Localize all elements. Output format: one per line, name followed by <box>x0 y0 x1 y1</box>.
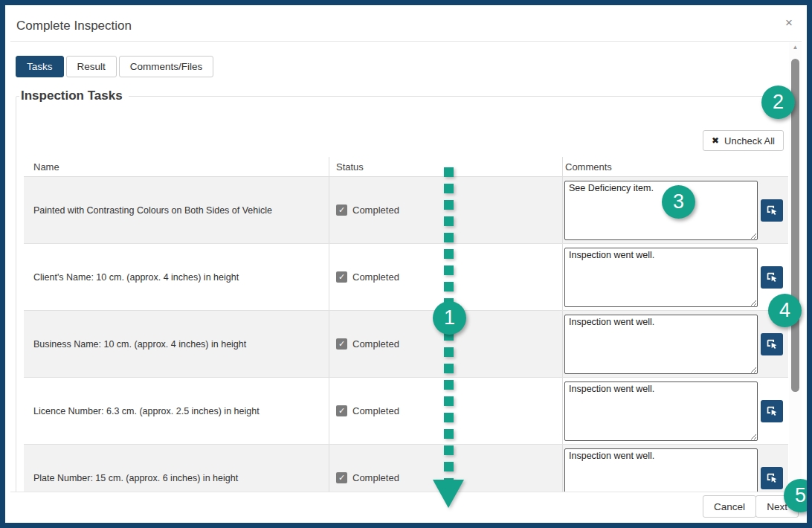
uncheck-all-button[interactable]: ✖ Uncheck All <box>703 130 784 151</box>
completed-label: Completed <box>352 205 399 216</box>
completed-checkbox[interactable]: ✓ <box>336 405 347 416</box>
task-name: Licence Number: 6.3 cm. (approx. 2.5 inc… <box>24 378 329 444</box>
tab-tasks[interactable]: Tasks <box>16 56 64 77</box>
tab-result[interactable]: Result <box>66 56 117 77</box>
modal-title: Complete Inspection <box>16 19 132 33</box>
next-button[interactable]: Next <box>755 495 799 518</box>
task-name: Business Name: 10 cm. (approx. 4 inches)… <box>24 311 329 377</box>
task-name: Client's Name: 10 cm. (approx. 4 inches)… <box>24 244 329 310</box>
modal-footer: Cancel Next <box>10 492 802 518</box>
table-row: Painted with Contrasting Colours on Both… <box>24 177 788 244</box>
uncheck-all-label: Uncheck All <box>724 135 775 147</box>
task-name: Painted with Contrasting Colours on Both… <box>24 177 329 243</box>
scrollbar-thumb[interactable] <box>791 59 799 392</box>
close-icon[interactable]: × <box>785 16 793 29</box>
select-pointer-icon <box>766 405 779 418</box>
cancel-button[interactable]: Cancel <box>703 495 756 518</box>
scroll-down-icon[interactable]: ▼ <box>789 481 802 492</box>
select-pointer-icon <box>766 472 779 485</box>
select-comment-button[interactable] <box>761 333 783 355</box>
completed-label: Completed <box>352 271 399 283</box>
table-header-row: Name Status Comments <box>24 157 788 177</box>
select-pointer-icon <box>766 338 779 351</box>
vertical-scrollbar[interactable]: ▲ ▼ <box>789 42 802 492</box>
completed-checkbox[interactable]: ✓ <box>336 472 347 483</box>
column-header-name: Name <box>24 157 329 176</box>
scroll-up-icon[interactable]: ▲ <box>789 42 802 53</box>
completed-label: Completed <box>352 405 399 416</box>
select-pointer-icon <box>766 271 779 284</box>
inspection-tasks-legend: Inspection Tasks <box>19 88 129 103</box>
inspection-tasks-group: Inspection Tasks ✖ Uncheck All Name Stat… <box>16 88 793 502</box>
comment-textarea[interactable]: See Deficiency item. <box>564 181 758 240</box>
table-row: Client's Name: 10 cm. (approx. 4 inches)… <box>24 244 788 311</box>
column-header-status: Status <box>329 157 563 176</box>
table-row: Licence Number: 6.3 cm. (approx. 2.5 inc… <box>24 378 788 445</box>
uncheck-x-icon: ✖ <box>712 135 719 146</box>
inspection-tasks-table: Name Status Comments Painted with Contra… <box>24 157 788 512</box>
completed-label: Completed <box>352 472 399 483</box>
select-comment-button[interactable] <box>761 400 783 422</box>
complete-inspection-modal: { "modal": { "title": "Complete Inspecti… <box>0 0 812 528</box>
select-comment-button[interactable] <box>761 266 783 289</box>
comment-textarea[interactable]: Inspection went well. <box>564 381 758 441</box>
completed-checkbox[interactable]: ✓ <box>336 338 347 350</box>
tab-comments-files[interactable]: Comments/Files <box>119 56 214 77</box>
comment-textarea[interactable]: Inspection went well. <box>564 248 758 307</box>
select-comment-button[interactable] <box>761 199 783 222</box>
select-pointer-icon <box>766 205 779 217</box>
column-header-comments: Comments <box>563 157 788 176</box>
tab-bar: Tasks Result Comments/Files <box>16 56 213 77</box>
comment-textarea[interactable]: Inspection went well. <box>564 315 758 374</box>
completed-label: Completed <box>352 338 399 350</box>
select-comment-button[interactable] <box>761 467 783 489</box>
completed-checkbox[interactable]: ✓ <box>336 271 347 283</box>
table-row: Business Name: 10 cm. (approx. 4 inches)… <box>24 311 788 378</box>
modal-header: Complete Inspection × <box>10 10 802 42</box>
completed-checkbox[interactable]: ✓ <box>336 205 347 216</box>
